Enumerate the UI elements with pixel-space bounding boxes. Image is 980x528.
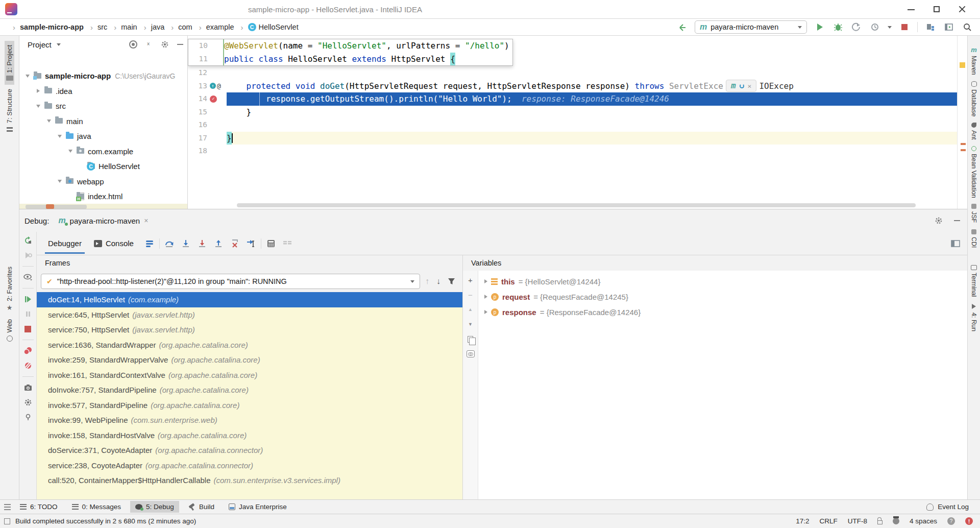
lock-icon[interactable]	[877, 520, 883, 524]
filter-frames-icon[interactable]	[448, 278, 455, 285]
breadcrumb-item[interactable]: sample-micro-app	[7, 22, 85, 33]
build-project-icon[interactable]	[676, 21, 688, 33]
tool-stripe-button[interactable]: 4: Run	[970, 300, 978, 334]
code-line[interactable]: 13 protected void doGet(HttpServletReque…	[188, 80, 957, 93]
menu-item[interactable]	[159, 7, 169, 11]
editor-gutter[interactable]: 15	[188, 106, 227, 119]
duplicate-watch-icon[interactable]	[468, 336, 473, 343]
code-line[interactable]: 16	[188, 118, 957, 132]
show-execution-point-icon[interactable]	[143, 237, 156, 250]
editor-gutter[interactable]: 16	[188, 118, 227, 132]
view-breakpoints-icon[interactable]	[23, 346, 33, 355]
search-everywhere-icon[interactable]	[962, 21, 973, 33]
menu-item[interactable]	[135, 7, 145, 11]
menu-item[interactable]	[24, 7, 35, 11]
close-icon[interactable]	[959, 6, 966, 13]
step-out-icon[interactable]	[212, 237, 225, 250]
run-button[interactable]	[814, 21, 825, 33]
tree-node[interactable]: java	[19, 129, 187, 144]
tool-stripe-button[interactable]: Ant	[970, 119, 978, 143]
stack-frame-row[interactable]: invoke:577, StandardPipeline (org.apache…	[37, 398, 462, 413]
editor-gutter[interactable]: 13	[188, 80, 227, 93]
expand-variable-icon[interactable]	[484, 295, 487, 299]
variable-row[interactable]: response = {ResponseFacade@14246}	[478, 304, 967, 320]
tool-stripe-button[interactable]: Web	[5, 315, 14, 346]
tool-stripe-button[interactable]: Database	[970, 78, 978, 120]
breadcrumb-item[interactable]: java	[138, 22, 166, 33]
tool-stripe-button[interactable]: 2: Favorites	[5, 262, 14, 315]
tree-node[interactable]: .idea	[19, 84, 187, 99]
tree-node[interactable]: index.html	[19, 189, 187, 204]
mute-renderers-icon[interactable]	[281, 237, 294, 250]
project-hscrollbar[interactable]	[26, 205, 87, 209]
next-frame-icon[interactable]	[436, 277, 440, 286]
code-line[interactable]: 14 response.getOutputStream().println("H…	[188, 92, 957, 106]
stack-frame-row[interactable]: invoke:259, StandardWrapperValve (org.ap…	[37, 352, 462, 368]
force-step-into-icon[interactable]	[195, 237, 209, 250]
tree-expander-icon[interactable]	[56, 135, 64, 138]
variable-row[interactable]: request = {RequestFacade@14245}	[478, 289, 967, 304]
stripe-mark[interactable]	[961, 143, 966, 145]
tree-expander-icon[interactable]	[34, 89, 42, 93]
attach-debugger-icon[interactable]	[925, 21, 936, 33]
maven-reload-widget[interactable]: m	[726, 80, 756, 92]
menu-item[interactable]	[98, 7, 108, 11]
stack-frame-row[interactable]: invoke:161, StandardContextValve (org.ap…	[37, 368, 462, 383]
move-watch-down-icon[interactable]	[467, 320, 475, 328]
tool-stripe-button[interactable]: CDI	[970, 226, 978, 251]
locate-file-icon[interactable]	[129, 40, 137, 49]
previous-frame-icon[interactable]	[425, 277, 429, 286]
tree-node[interactable]: HelloServlet	[19, 159, 187, 174]
tree-expander-icon[interactable]	[66, 150, 75, 153]
code-line[interactable]: 18	[188, 145, 957, 158]
editor-gutter[interactable]: 14	[188, 92, 227, 106]
menu-item[interactable]	[122, 7, 133, 11]
event-log-button[interactable]: Event Log	[938, 503, 969, 511]
stop-icon[interactable]	[23, 324, 33, 333]
maximize-icon[interactable]	[933, 6, 940, 13]
run-to-cursor-icon[interactable]	[244, 237, 258, 250]
code-line[interactable]: 12	[188, 66, 957, 80]
tool-window-icon[interactable]	[943, 21, 954, 33]
hide-panel-icon[interactable]	[954, 218, 960, 224]
stack-frame-row[interactable]: service:238, CoyoteAdapter (org.apache.c…	[37, 458, 462, 473]
menu-item[interactable]	[49, 7, 59, 11]
stack-frame-row[interactable]: service:645, HttpServlet (javax.servlet.…	[37, 307, 462, 323]
thread-dump-camera-icon[interactable]	[23, 383, 33, 392]
close-tab-icon[interactable]	[144, 217, 148, 225]
settings-gear-icon[interactable]	[23, 398, 33, 407]
code-line[interactable]: 15 }	[188, 106, 957, 119]
breadcrumb-item[interactable]: main	[108, 22, 138, 33]
code-editor[interactable]: 12 13 protected void doGet(HttpServletRe…	[188, 36, 957, 209]
rerun-icon[interactable]	[23, 236, 33, 245]
step-into-icon[interactable]	[179, 237, 192, 250]
thread-select[interactable]: "http-thread-pool::http-listener(2)"@11,…	[41, 274, 420, 289]
mute-breakpoints-icon[interactable]	[23, 361, 33, 370]
run-configuration-select[interactable]: m payara-micro-maven	[695, 20, 807, 34]
close-icon[interactable]	[748, 83, 752, 89]
collapse-all-icon[interactable]	[145, 41, 153, 48]
tool-window-button[interactable]: 6: TODO	[15, 501, 63, 513]
minimize-icon[interactable]	[908, 6, 915, 13]
error-notification-icon[interactable]	[965, 517, 973, 525]
menu-item[interactable]	[86, 7, 96, 11]
expand-variable-icon[interactable]	[484, 310, 487, 314]
stack-frame-row[interactable]: invoke:99, WebPipeline (com.sun.enterpri…	[37, 413, 462, 428]
stop-button[interactable]	[899, 21, 910, 33]
stack-frame-row[interactable]: call:520, ContainerMapper$HttpHandlerCal…	[37, 473, 462, 488]
add-watch-icon[interactable]	[467, 276, 475, 284]
tool-window-button[interactable]: Java Enterprise	[224, 501, 292, 513]
stack-frame-row[interactable]: service:1636, StandardWrapper (org.apach…	[37, 338, 462, 353]
caret-position[interactable]: 17:2	[796, 517, 809, 525]
tree-expander-icon[interactable]	[56, 180, 64, 183]
tool-stripe-button[interactable]: Terminal	[970, 262, 978, 300]
tree-node[interactable]: sample-micro-app C:\Users\jGauravG	[19, 68, 187, 84]
menu-item[interactable]	[110, 7, 120, 11]
editor-gutter[interactable]: 17	[188, 132, 227, 145]
tool-stripe-button[interactable]: Maven	[970, 43, 978, 78]
tree-node[interactable]: main	[19, 114, 187, 129]
editor-error-stripe[interactable]	[957, 36, 967, 209]
evaluate-expression-icon[interactable]	[264, 237, 278, 250]
chevron-down-icon[interactable]	[57, 43, 61, 46]
run-with-coverage-icon[interactable]	[851, 21, 862, 33]
